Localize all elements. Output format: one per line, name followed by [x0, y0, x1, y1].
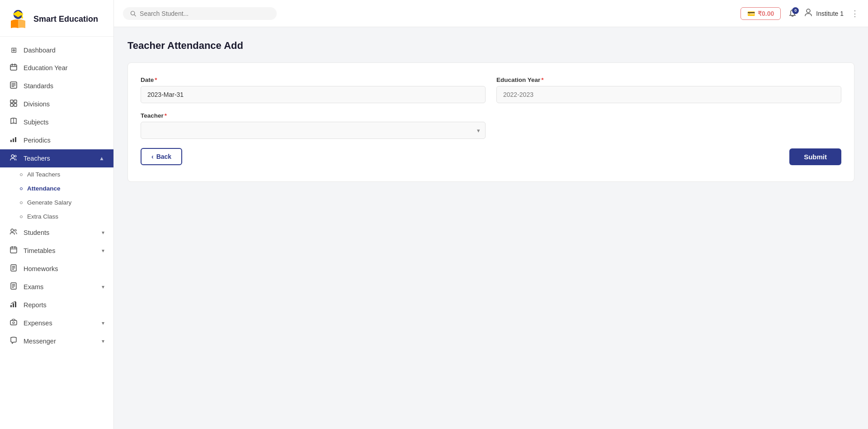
sidebar-item-messenger[interactable]: Messenger ▾	[0, 332, 113, 350]
sidebar-item-education-year[interactable]: Education Year	[0, 59, 113, 77]
education-year-group: Education Year*	[496, 76, 841, 103]
svg-rect-13	[10, 100, 13, 103]
search-input[interactable]	[140, 10, 269, 17]
app-logo-icon	[7, 8, 29, 30]
back-chevron-icon: ‹	[151, 153, 154, 160]
sidebar-item-periodics-label: Periodics	[24, 137, 51, 144]
sidebar-item-extra-class[interactable]: Extra Class	[0, 210, 113, 224]
main-area: 💳 ₹0.00 0 Institute 1 ⋮	[114, 0, 868, 429]
form-row-1: Date* Education Year*	[141, 76, 841, 103]
wallet-icon: 💳	[747, 10, 755, 17]
submit-button[interactable]: Submit	[789, 148, 841, 165]
sidebar-item-divisions-label: Divisions	[24, 100, 50, 108]
expenses-chevron-icon: ▾	[102, 320, 104, 326]
timetables-icon	[9, 246, 18, 255]
dashboard-icon: ⊞	[9, 46, 18, 54]
back-button[interactable]: ‹ Back	[141, 148, 182, 165]
svg-point-21	[11, 155, 14, 157]
sidebar-item-attendance[interactable]: Attendance	[0, 181, 113, 195]
more-options-icon[interactable]: ⋮	[851, 9, 859, 19]
sidebar-item-exams-label: Exams	[24, 283, 43, 291]
sidebar-item-standards[interactable]: Standards	[0, 77, 113, 95]
svg-rect-39	[15, 302, 16, 307]
standards-icon	[9, 81, 18, 91]
teacher-select-wrapper: ▾	[141, 122, 486, 139]
svg-rect-5	[10, 65, 17, 70]
svg-rect-14	[14, 100, 17, 103]
user-icon	[804, 8, 812, 16]
sidebar-item-divisions[interactable]: Divisions	[0, 95, 113, 113]
svg-rect-18	[10, 140, 12, 142]
sidebar-item-all-teachers[interactable]: All Teachers	[0, 167, 113, 181]
teacher-label: Teacher*	[141, 112, 486, 119]
sidebar: Smart Education ⊞ Dashboard Education Ye…	[0, 0, 114, 429]
sidebar-item-periodics[interactable]: Periodics	[0, 131, 113, 149]
attendance-label: Attendance	[27, 185, 61, 192]
sidebar-item-subjects[interactable]: Subjects	[0, 113, 113, 131]
education-year-label: Education Year*	[496, 76, 841, 83]
teachers-icon	[9, 154, 18, 163]
exams-icon	[9, 282, 18, 291]
svg-point-24	[14, 229, 16, 231]
svg-rect-38	[13, 303, 14, 307]
date-group: Date*	[141, 76, 486, 103]
form-row-2: Teacher* ▾	[141, 112, 841, 139]
sidebar-item-exams[interactable]: Exams ▾	[0, 278, 113, 296]
sidebar-item-teachers[interactable]: Teachers ▲	[0, 149, 113, 167]
date-required: *	[155, 76, 157, 83]
form-card: Date* Education Year* Teacher*	[127, 62, 854, 182]
sidebar-item-dashboard[interactable]: ⊞ Dashboard	[0, 41, 113, 59]
empty-group	[496, 112, 841, 139]
sidebar-item-timetables[interactable]: Timetables ▾	[0, 242, 113, 260]
sidebar-item-timetables-label: Timetables	[24, 247, 55, 254]
sidebar-item-students-label: Students	[24, 229, 49, 236]
svg-rect-15	[10, 104, 13, 106]
sidebar-item-students[interactable]: Students ▾	[0, 224, 113, 242]
page-title: Teacher Attendance Add	[127, 40, 854, 52]
topbar: 💳 ₹0.00 0 Institute 1 ⋮	[114, 0, 868, 27]
topbar-right: 💳 ₹0.00 0 Institute 1 ⋮	[741, 7, 859, 20]
attendance-dot	[20, 187, 23, 190]
svg-rect-37	[10, 305, 12, 307]
generate-salary-dot	[20, 201, 23, 204]
wallet-amount: ₹0.00	[758, 10, 774, 17]
messenger-icon	[9, 337, 18, 346]
page-content: Teacher Attendance Add Date* Education Y…	[114, 27, 868, 429]
homeworks-icon	[9, 264, 18, 273]
sidebar-item-homeworks[interactable]: Homeworks	[0, 260, 113, 278]
all-teachers-dot	[20, 173, 23, 176]
svg-rect-20	[15, 137, 16, 142]
education-year-input[interactable]	[496, 86, 841, 103]
sidebar-item-reports[interactable]: Reports	[0, 296, 113, 314]
svg-point-41	[13, 322, 14, 324]
education-year-icon	[9, 63, 18, 72]
sidebar-item-homeworks-label: Homeworks	[24, 265, 58, 272]
teachers-chevron-icon: ▲	[99, 155, 104, 162]
sidebar-item-expenses[interactable]: Expenses ▾	[0, 314, 113, 332]
sidebar-logo: Smart Education	[0, 0, 113, 37]
user-info[interactable]: Institute 1	[804, 8, 844, 19]
teachers-sub-nav: All Teachers Attendance Generate Salary …	[0, 167, 113, 224]
app-name: Smart Education	[33, 14, 98, 24]
expenses-icon	[9, 319, 18, 328]
svg-point-23	[11, 229, 14, 232]
reports-icon	[9, 300, 18, 310]
sidebar-item-subjects-label: Subjects	[24, 119, 49, 126]
svg-point-44	[807, 9, 810, 13]
user-avatar-icon	[804, 8, 812, 19]
notification-button[interactable]: 0	[788, 9, 797, 18]
svg-rect-25	[10, 247, 17, 253]
teacher-select[interactable]	[141, 122, 486, 139]
search-box[interactable]	[123, 7, 277, 20]
svg-point-22	[14, 155, 16, 157]
user-name-label: Institute 1	[816, 10, 844, 17]
sidebar-item-expenses-label: Expenses	[24, 319, 52, 327]
extra-class-label: Extra Class	[27, 213, 58, 220]
messenger-chevron-icon: ▾	[102, 338, 104, 344]
date-input[interactable]	[141, 86, 486, 103]
sidebar-item-generate-salary[interactable]: Generate Salary	[0, 195, 113, 210]
all-teachers-label: All Teachers	[27, 171, 60, 178]
sidebar-item-standards-label: Standards	[24, 82, 53, 90]
edu-year-required: *	[541, 76, 543, 83]
wallet-button[interactable]: 💳 ₹0.00	[741, 7, 781, 20]
